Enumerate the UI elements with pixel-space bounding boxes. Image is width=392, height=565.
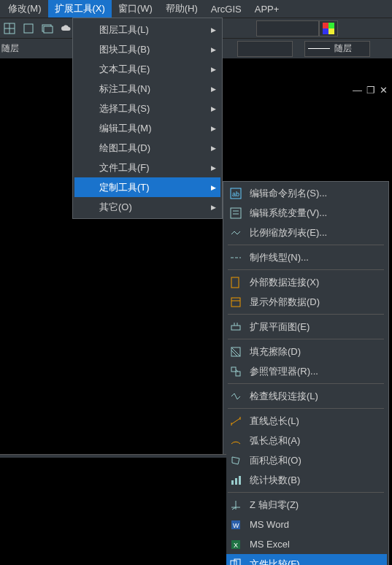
svg-rect-19 (231, 326, 240, 330)
area-icon (229, 454, 242, 467)
line-preview-icon (308, 48, 330, 49)
hatchdel-icon (229, 345, 242, 358)
submenu-ext-data-connect[interactable]: 外部数据连接(X) (225, 272, 387, 292)
restore-button[interactable]: ❐ (366, 85, 375, 96)
svg-rect-6 (323, 23, 328, 28)
viewport-secondary (0, 458, 226, 565)
submenu-ms-excel[interactable]: XMS Excel (225, 534, 387, 554)
submenu-check-segments[interactable]: 检查线段连接(L) (225, 386, 387, 406)
ext-tools-menu: 图层工具(L) 图块工具(B) 文本工具(E) 标注工具(N) 选择工具(S) … (72, 18, 223, 219)
menu-item-label: 面积总和(O) (242, 454, 315, 467)
svg-rect-42 (231, 561, 237, 566)
color-picker-button[interactable] (319, 20, 338, 36)
svg-rect-32 (231, 480, 234, 485)
linestyle-combo[interactable]: 随层 (304, 41, 370, 57)
submenu-line-total[interactable]: 直线总长(L) (225, 411, 387, 431)
window-controls: — ❐ ✕ (353, 85, 388, 96)
svg-text:X: X (234, 542, 238, 549)
submenu-file-compare[interactable]: 文件比较(F)... (225, 554, 387, 565)
menubar: 修改(M) 扩展工具(X) 窗口(W) 帮助(H) ArcGIS APP+ (0, 0, 392, 18)
submenu-show-ext-data[interactable]: 显示外部数据(D) (225, 292, 387, 312)
menu-item-block-tools[interactable]: 图块工具(B) (74, 39, 220, 59)
submenu-arc-total[interactable]: 弧长总和(A) (225, 431, 387, 450)
alias-icon: ab (229, 187, 242, 200)
menu-item-label: 参照管理器(R)... (242, 365, 331, 378)
stats-icon (229, 474, 242, 487)
svg-line-28 (231, 418, 240, 424)
menu-ext-label: 扩展工具(X) (55, 3, 105, 14)
zzero-icon (229, 499, 242, 512)
menu-help[interactable]: 帮助(H) (159, 0, 204, 18)
menu-item-other[interactable]: 其它(O) (74, 197, 220, 217)
menu-window[interactable]: 窗口(W) (112, 0, 159, 18)
menu-separator (228, 383, 384, 384)
msword-icon: W (229, 518, 242, 531)
menu-separator (228, 269, 384, 270)
style-combo[interactable] (256, 20, 319, 36)
menu-arcgis-label: ArcGIS (211, 4, 242, 15)
submenu-ref-manager[interactable]: 参照管理器(R)... (225, 361, 387, 381)
svg-rect-33 (235, 478, 237, 485)
menu-modify[interactable]: 修改(M) (1, 0, 48, 18)
submenu-hatch-erase[interactable]: 填充擦除(D) (225, 342, 387, 361)
menu-item-custom-tools[interactable]: 定制工具(T) (74, 177, 220, 197)
menu-item-label: 文件比较(F)... (242, 558, 320, 566)
svg-rect-25 (231, 367, 236, 372)
menu-item-text-tools[interactable]: 文本工具(E) (74, 59, 220, 79)
svg-marker-31 (232, 457, 239, 464)
svg-text:ab: ab (232, 191, 239, 198)
svg-rect-12 (231, 208, 241, 218)
close-button[interactable]: ✕ (380, 85, 388, 96)
menu-arcgis[interactable]: ArcGIS (204, 1, 248, 17)
menu-item-label: 编辑系统变量(V)... (242, 207, 340, 220)
menu-item-label: 编辑命令别名(S)... (242, 187, 340, 200)
svg-rect-8 (323, 28, 328, 34)
menu-item-file-tools[interactable]: 文件工具(F) (74, 158, 220, 177)
tool-window-icon[interactable] (20, 20, 36, 36)
msexcel-icon: X (229, 538, 242, 551)
lineweight-combo[interactable] (237, 41, 293, 57)
menu-separator (228, 245, 384, 245)
menu-item-label: MS Word (242, 519, 302, 530)
custom-tools-submenu: ab编辑命令别名(S)... 编辑系统变量(V)... 比例缩放列表(E)...… (223, 181, 389, 565)
menu-item-label: 文本工具(E) (92, 63, 163, 76)
submenu-scale-list[interactable]: 比例缩放列表(E)... (225, 223, 387, 242)
menu-separator (228, 314, 384, 315)
submenu-ms-word[interactable]: WMS Word (225, 515, 387, 534)
menu-item-edit-tools[interactable]: 编辑工具(M) (74, 118, 220, 138)
svg-rect-5 (44, 26, 53, 33)
tool-layer-icon[interactable] (39, 20, 55, 36)
svg-line-23 (231, 350, 237, 356)
flatten-icon (229, 320, 242, 334)
menu-window-label: 窗口(W) (118, 3, 153, 14)
menu-item-layer-tools[interactable]: 图层工具(L) (74, 20, 220, 39)
menu-item-dim-tools[interactable]: 标注工具(N) (74, 79, 220, 99)
menu-item-label: 比例缩放列表(E)... (242, 226, 340, 239)
submenu-z-zero[interactable]: Z 轴归零(Z) (225, 495, 387, 515)
menu-app[interactable]: APP+ (248, 1, 286, 17)
submenu-edit-sysvar[interactable]: 编辑系统变量(V)... (225, 203, 387, 223)
menu-item-label: 检查线段连接(L) (242, 390, 331, 403)
menu-separator (228, 492, 384, 493)
minimize-button[interactable]: — (353, 85, 362, 96)
menu-item-label: 统计块数(B) (242, 474, 313, 487)
menu-item-label: Z 轴归零(Z) (242, 499, 312, 512)
svg-rect-3 (24, 24, 33, 33)
submenu-edit-alias[interactable]: ab编辑命令别名(S)... (225, 183, 387, 203)
tool-grid-icon[interactable] (1, 20, 18, 36)
menu-item-label: 图层工具(L) (92, 23, 162, 36)
arclen-icon (229, 434, 242, 447)
menu-ext[interactable]: 扩展工具(X) (48, 0, 112, 18)
svg-rect-7 (328, 23, 334, 28)
svg-rect-26 (236, 372, 240, 376)
submenu-make-linetype[interactable]: 制作线型(N)... (225, 247, 387, 267)
submenu-area-total[interactable]: 面积总和(O) (225, 450, 387, 470)
menu-item-label: 制作线型(N)... (242, 251, 322, 264)
menu-item-select-tools[interactable]: 选择工具(S) (74, 99, 220, 118)
menu-item-label: 弧长总和(A) (242, 434, 313, 447)
menu-item-draw-tools[interactable]: 绘图工具(D) (74, 138, 220, 158)
layer-pane-label[interactable]: 随层 (0, 40, 20, 56)
submenu-block-count[interactable]: 统计块数(B) (225, 470, 387, 490)
menu-modify-label: 修改(M) (8, 3, 42, 14)
submenu-flatten[interactable]: 扩展平面图(E) (225, 317, 387, 337)
